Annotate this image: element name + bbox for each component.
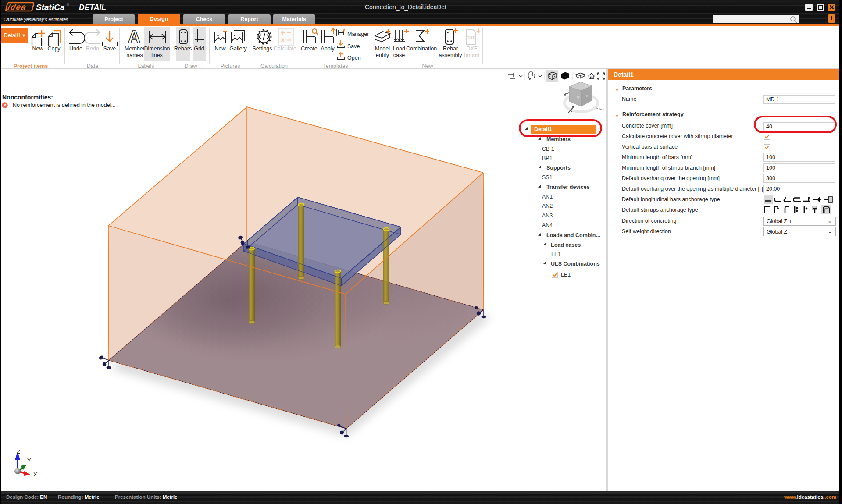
svg-text:Y: Y [577,96,580,101]
svg-text:X: X [586,94,589,98]
svg-text:DETAIL: DETAIL [79,3,106,12]
svg-text:X: X [33,471,37,478]
svg-text:A: A [128,28,141,46]
svg-text:DXF: DXF [466,35,476,40]
svg-text:®: ® [67,3,69,7]
svg-text:z: z [585,84,586,88]
svg-text:Y: Y [27,457,31,464]
svg-text:Z: Z [17,448,20,455]
svg-text:StatiCa: StatiCa [36,3,65,12]
svg-text:idea: idea [7,3,28,12]
